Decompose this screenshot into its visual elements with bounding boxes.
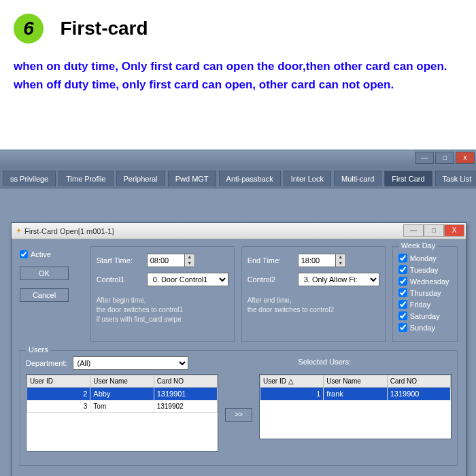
selected-users-label: Selected Users: [298,358,351,366]
table-row[interactable]: 3Tom1319902 [27,401,218,413]
table-row[interactable]: 1frank1319900 [260,388,451,401]
tab-bar: ss PrivilegeTime ProfilePeripheralPwd MG… [0,167,476,188]
control2-label: Control2 [248,275,294,284]
note1: After begin time, the door switches to c… [97,296,228,324]
available-users-table[interactable]: User IDUser NameCard NO2Abby13199013Tom1… [26,374,218,452]
tab-multi-card[interactable]: Multi-card [334,171,381,186]
control2-select[interactable]: 3. Only Allow Fi: [298,273,379,286]
end-time-input[interactable] [298,254,336,267]
dialog-titlebar: ✦ First-Card Open[1 m001-1] — □ X [12,223,466,239]
start-time-input[interactable] [147,254,185,267]
canvas: ✦ First-Card Open[1 m001-1] — □ X Active [0,188,476,476]
tab-anti-passback[interactable]: Anti-passback [219,171,281,186]
weekday-group: Week Day MondayTuesdayWednesdayThursdayF… [392,246,458,342]
weekday-monday[interactable]: Monday [398,254,452,262]
department-select[interactable]: (All) [73,356,188,370]
table-header: User IDUser NameCard NO [27,375,218,388]
end-time-label: End Time: [248,256,294,265]
move-right-button[interactable]: >> [225,408,252,422]
dialog-close-button[interactable]: X [444,224,464,237]
active-checkbox[interactable]: Active [20,250,84,258]
end-group: End Time: ▲▼ Control2 3. Only Allow Fi: … [241,246,386,342]
tab-first-card[interactable]: First Card [384,171,432,186]
start-time-label: Start Time: [97,256,143,265]
weekday-label: Week Day [398,241,439,250]
tab-pwd-mgt[interactable]: Pwd MGT [168,171,216,186]
page-title: First-card [60,18,148,39]
first-card-dialog: ✦ First-Card Open[1 m001-1] — □ X Active [11,222,466,476]
control1-label: Control1 [97,275,143,284]
dialog-title: First-Card Open[1 m001-1] [24,227,114,235]
weekday-friday[interactable]: Friday [398,300,452,309]
weekday-saturday[interactable]: Saturday [398,311,452,320]
table-header: User ID △User NameCard NO [260,375,451,388]
dialog-icon: ✦ [16,226,22,235]
app-window: — □ x ss PrivilegeTime ProfilePeripheral… [0,150,476,476]
table-row[interactable]: 2Abby1319901 [27,388,218,401]
outer-close-button[interactable]: x [456,152,475,164]
control1-select[interactable]: 0. Door Control1 [147,273,228,286]
outer-titlebar: — □ x [0,150,476,167]
tab-inter-lock[interactable]: Inter Lock [284,171,331,186]
tab-time-profile[interactable]: Time Profile [58,171,113,186]
dialog-max-button[interactable]: □ [424,224,444,237]
tab-peripheral[interactable]: Peripheral [116,171,165,186]
tab-ss-privilege[interactable]: ss Privilege [3,171,56,186]
description: when on duty time, Only first card can o… [0,50,476,107]
dialog-min-button[interactable]: — [403,224,424,237]
weekday-sunday[interactable]: Sunday [398,323,452,332]
step-badge: 6 [14,14,44,44]
start-group: Start Time: ▲▼ Control1 0. Door Control1… [90,246,235,342]
outer-max-button[interactable]: □ [435,152,454,164]
selected-users-table[interactable]: User ID △User NameCard NO1frank1319900 [259,374,452,439]
weekday-thursday[interactable]: Thursday [398,288,452,297]
ok-button[interactable]: OK [20,267,69,280]
outer-min-button[interactable]: — [415,152,434,164]
cancel-button[interactable]: Cancel [20,288,69,302]
tab-task-list[interactable]: Task List [435,171,476,186]
note2: After end time, the door switches to con… [248,296,379,315]
weekday-tuesday[interactable]: Tuesday [398,265,452,274]
department-label: Department: [26,359,67,367]
users-label: Users [26,345,51,354]
weekday-wednesday[interactable]: Wednesday [398,277,452,286]
start-time-spinner[interactable]: ▲▼ [185,254,195,267]
end-time-spinner[interactable]: ▲▼ [336,254,346,267]
users-group: Users Department: (All) Selected Users: … [20,350,458,466]
